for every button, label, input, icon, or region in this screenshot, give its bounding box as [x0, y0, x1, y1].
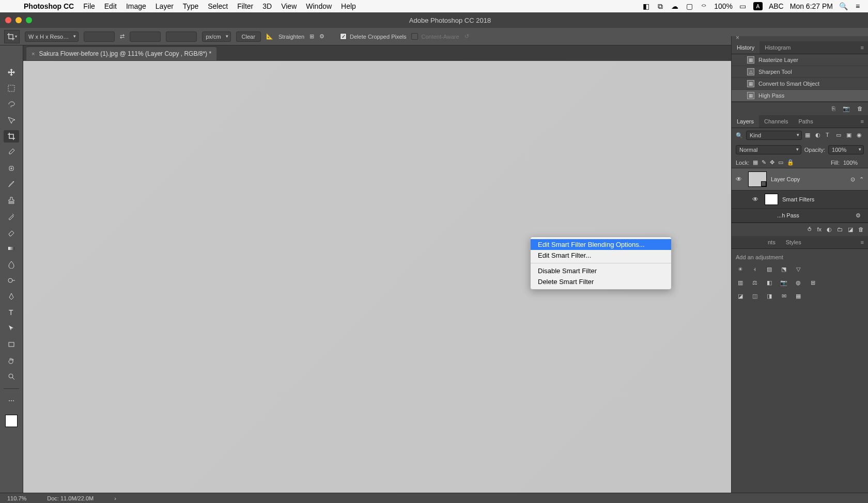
history-entry[interactable]: ▦Convert to Smart Object [732, 78, 868, 90]
filter-mask-thumbnail[interactable] [765, 194, 778, 205]
zoom-level[interactable]: 110.7% [7, 495, 26, 501]
ctx-edit-smart-filter[interactable]: Edit Smart Filter... [531, 250, 671, 261]
layer-expand-icon[interactable]: ⌃ [859, 176, 864, 183]
dropbox-icon[interactable]: ⧉ [656, 2, 664, 10]
lasso-tool[interactable] [4, 98, 19, 111]
tab-layers[interactable]: Layers [732, 115, 759, 128]
crop-width-input[interactable] [84, 32, 115, 42]
layer-row[interactable]: 👁 Layer Copy ⊙ ⌃ [732, 168, 868, 191]
fx-icon[interactable]: fx [817, 226, 822, 233]
doc-size[interactable]: Doc: 11.0M/22.0M [47, 495, 94, 501]
delete-state-icon[interactable]: 🗑 [857, 105, 863, 112]
filter-blending-options-icon[interactable]: ⚙ [856, 212, 864, 219]
edit-toolbar-icon[interactable]: ⋯ [4, 395, 19, 407]
reset-crop-icon[interactable]: ↺ [464, 33, 469, 40]
posterize-icon[interactable]: ◫ [750, 291, 760, 301]
tab-history[interactable]: History [732, 41, 760, 54]
menu-edit[interactable]: Edit [104, 2, 117, 10]
delete-layer-icon[interactable]: 🗑 [858, 226, 864, 233]
tab-adjustments-partial[interactable]: nts [763, 236, 781, 248]
filter-smart-icon[interactable]: ▣ [846, 132, 854, 139]
input-source-icon[interactable]: A [753, 2, 763, 10]
hue-sat-icon[interactable]: ▥ [736, 278, 745, 287]
crop-height-input[interactable] [130, 32, 161, 42]
hand-tool[interactable] [4, 354, 19, 367]
tab-paths[interactable]: Paths [794, 115, 818, 128]
exposure-icon[interactable]: ⬔ [779, 264, 788, 274]
airplay-icon[interactable]: ▢ [685, 2, 693, 10]
filter-pixel-icon[interactable]: ▦ [805, 132, 812, 139]
window-close-button[interactable] [5, 17, 11, 23]
smart-filter-name[interactable]: ...h Pass [777, 212, 799, 218]
layers-panel-menu-icon[interactable]: ≡ [857, 116, 868, 127]
curves-icon[interactable]: ▨ [765, 264, 774, 274]
path-select-tool[interactable] [4, 322, 19, 335]
clock[interactable]: Mon 6:27 PM [790, 2, 833, 10]
straighten-label[interactable]: Straighten [278, 34, 304, 40]
apple-icon[interactable] [6, 2, 14, 10]
adjustments-panel-menu-icon[interactable]: ≡ [857, 237, 868, 247]
panel-collapse-icon[interactable]: × [736, 34, 739, 41]
battery-percent[interactable]: 100% [714, 2, 733, 10]
menu-list-icon[interactable]: ≡ [854, 2, 862, 10]
levels-icon[interactable]: ⫞ [750, 264, 760, 274]
blend-mode-dropdown[interactable]: Normal [736, 145, 801, 154]
link-layers-icon[interactable]: ⥀ [808, 226, 812, 233]
lock-all-icon[interactable]: 🔒 [787, 159, 794, 166]
snapshot-icon[interactable]: 📷 [843, 105, 850, 112]
spotlight-icon[interactable]: 🔍 [839, 2, 847, 10]
color-swatches[interactable] [5, 415, 18, 427]
opacity-value[interactable]: 100% [828, 145, 864, 154]
window-minimize-button[interactable] [16, 17, 22, 23]
wifi-icon[interactable]: ⌔ [700, 2, 708, 10]
menu-window[interactable]: Window [306, 2, 332, 10]
gradient-tool[interactable] [4, 242, 19, 255]
menu-file[interactable]: File [83, 2, 95, 10]
filter-adjustment-icon[interactable]: ◐ [815, 132, 823, 139]
selective-color-icon[interactable]: ▦ [794, 291, 803, 301]
menu-help[interactable]: Help [341, 2, 356, 10]
tab-close-icon[interactable]: × [32, 51, 35, 57]
gradient-map-icon[interactable]: ✉ [779, 291, 788, 301]
eyedropper-tool[interactable] [4, 146, 19, 159]
new-adjustment-icon[interactable]: ◪ [848, 226, 853, 233]
history-entry[interactable]: ▦Rasterize Layer [732, 54, 868, 66]
filter-shape-icon[interactable]: ▭ [836, 132, 843, 139]
threshold-icon[interactable]: ◨ [765, 291, 774, 301]
cloud-icon[interactable]: ☁ [671, 2, 679, 10]
layer-link-icon[interactable]: ⊙ [850, 176, 855, 183]
lock-artboard-icon[interactable]: ▭ [778, 159, 783, 166]
dodge-tool[interactable] [4, 274, 19, 287]
tab-styles[interactable]: Styles [781, 236, 807, 248]
ratio-preset-dropdown[interactable]: W x H x Reso… [25, 32, 79, 42]
history-entry[interactable]: ▦High Pass [732, 90, 868, 102]
window-maximize-button[interactable] [26, 17, 32, 23]
straighten-icon[interactable]: 📐 [266, 33, 273, 40]
menu-image[interactable]: Image [126, 2, 146, 10]
document-tab[interactable]: × Sakura Flower-before (1).jpg @ 111% (L… [26, 46, 216, 60]
lock-transparency-icon[interactable]: ▦ [753, 159, 758, 166]
tab-channels[interactable]: Channels [759, 115, 793, 128]
filter-toggle-icon[interactable]: ◉ [857, 132, 864, 139]
input-source-label[interactable]: ABC [769, 2, 784, 10]
menu-select[interactable]: Select [208, 2, 228, 10]
clear-button[interactable]: Clear [236, 32, 261, 42]
pen-tool[interactable] [4, 290, 19, 303]
marquee-tool[interactable] [4, 82, 19, 95]
tab-histogram[interactable]: Histogram [760, 41, 796, 54]
crop-options-icon[interactable]: ⚙ [319, 33, 324, 40]
invert-icon[interactable]: ◪ [736, 291, 745, 301]
visibility-toggle-icon[interactable]: 👁 [752, 196, 761, 203]
add-mask-icon[interactable]: ◐ [827, 226, 832, 233]
app-name[interactable]: Photoshop CC [24, 2, 74, 10]
rectangle-tool[interactable] [4, 338, 19, 351]
healing-tool[interactable] [4, 162, 19, 175]
overlay-options-icon[interactable]: ⊞ [309, 33, 314, 40]
menu-type[interactable]: Type [183, 2, 198, 10]
visibility-toggle-icon[interactable]: 👁 [736, 176, 744, 183]
create-document-from-state-icon[interactable]: ⎘ [832, 105, 835, 112]
color-lookup-icon[interactable]: ⊞ [808, 278, 817, 287]
status-app-icon[interactable]: ◧ [642, 2, 650, 10]
stamp-tool[interactable] [4, 194, 19, 207]
layer-name[interactable]: Layer Copy [771, 176, 800, 182]
